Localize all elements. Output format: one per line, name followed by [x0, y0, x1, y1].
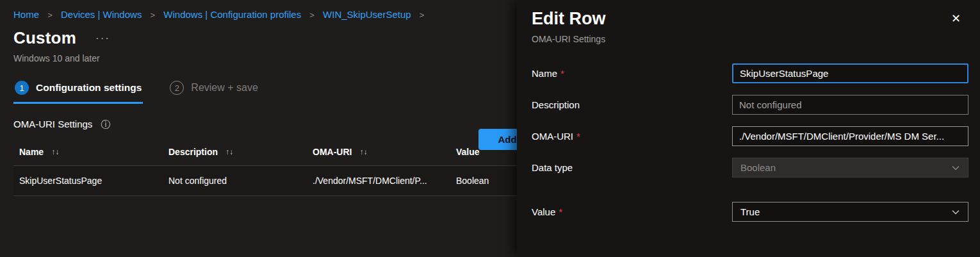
- oma-uri-input[interactable]: [732, 126, 968, 146]
- value-field-label: Value*: [532, 206, 732, 217]
- required-asterisk: *: [560, 68, 564, 79]
- cell-value: Boolean: [456, 176, 517, 186]
- value-dropdown[interactable]: True: [732, 202, 968, 222]
- form-row-description: Description: [532, 95, 968, 115]
- chevron-down-icon: [951, 163, 960, 172]
- breadcrumb-link-home[interactable]: Home: [13, 9, 39, 20]
- sort-icon: ↑↓: [225, 147, 233, 156]
- breadcrumb-separator: >: [420, 10, 425, 20]
- description-input[interactable]: [732, 95, 968, 115]
- required-asterisk: *: [559, 206, 562, 217]
- cell-oma-uri: ./Vendor/MSFT/DMClient/P...: [313, 176, 456, 186]
- edit-row-form: Name* Description OMA-URI* Data type: [532, 63, 968, 222]
- field-label-text: Description: [532, 99, 580, 110]
- oma-uri-table: Name ↑↓ Description ↑↓ OMA-URI ↑↓ Value …: [13, 147, 517, 196]
- panel-subtitle: OMA-URI Settings: [532, 34, 968, 44]
- oma-uri-field-label: OMA-URI*: [532, 131, 732, 142]
- form-row-name: Name*: [532, 63, 968, 83]
- tab-label: Configuration settings: [36, 82, 142, 94]
- column-label: Name: [19, 147, 44, 157]
- step-2-badge: 2: [170, 81, 184, 95]
- field-label-text: Name: [532, 68, 557, 79]
- tab-label: Review + save: [191, 82, 258, 94]
- page-title: Custom: [13, 28, 76, 48]
- edit-row-panel: Edit Row ✕ OMA-URI Settings Name* Descri…: [517, 0, 980, 257]
- column-header-description[interactable]: Description ↑↓: [168, 147, 313, 157]
- name-input[interactable]: [732, 63, 968, 83]
- panel-title: Edit Row: [532, 9, 968, 29]
- breadcrumb-separator: >: [47, 10, 53, 20]
- column-label: Description: [168, 147, 218, 157]
- field-label-text: Value: [532, 206, 555, 217]
- column-label: Value: [456, 147, 480, 157]
- breadcrumb-link-devices-windows[interactable]: Devices | Windows: [61, 9, 142, 20]
- column-header-oma-uri[interactable]: OMA-URI ↑↓: [313, 147, 456, 157]
- close-icon[interactable]: ✕: [951, 13, 961, 24]
- column-header-name[interactable]: Name ↑↓: [19, 147, 168, 157]
- column-label: OMA-URI: [313, 147, 352, 157]
- step-1-badge: 1: [15, 81, 29, 95]
- breadcrumb-separator: >: [151, 10, 156, 20]
- dropdown-value: Boolean: [740, 162, 776, 173]
- table-row[interactable]: SkipUserStatusPage Not configured ./Vend…: [13, 166, 517, 196]
- form-row-data-type: Data type Boolean: [532, 158, 968, 178]
- section-title: OMA-URI Settings: [13, 119, 92, 129]
- dropdown-value: True: [740, 206, 760, 217]
- breadcrumb-separator: >: [309, 10, 314, 20]
- breadcrumb-link-configuration-profiles[interactable]: Windows | Configuration profiles: [163, 9, 301, 20]
- sort-icon: ↑↓: [359, 147, 367, 156]
- description-field-label: Description: [532, 99, 732, 110]
- sort-icon: ↑↓: [51, 147, 59, 156]
- breadcrumb-link-win-skipusersetup[interactable]: WIN_SkipUserSetup: [323, 9, 411, 20]
- info-icon[interactable]: ⓘ: [101, 119, 110, 129]
- form-row-oma-uri: OMA-URI*: [532, 126, 968, 146]
- tab-review-save[interactable]: 2 Review + save: [168, 81, 259, 102]
- chevron-down-icon: [951, 208, 960, 217]
- table-header-row: Name ↑↓ Description ↑↓ OMA-URI ↑↓ Value: [13, 147, 517, 166]
- required-asterisk: *: [576, 131, 580, 142]
- cell-name: SkipUserStatusPage: [19, 176, 168, 186]
- data-type-dropdown: Boolean: [732, 158, 968, 178]
- cell-description: Not configured: [168, 176, 313, 186]
- field-label-text: Data type: [532, 162, 573, 173]
- screen: Home > Devices | Windows > Windows | Con…: [0, 0, 980, 257]
- tab-configuration-settings[interactable]: 1 Configuration settings: [13, 81, 143, 104]
- data-type-field-label: Data type: [532, 162, 732, 173]
- form-row-value: Value* True: [532, 202, 968, 222]
- field-label-text: OMA-URI: [532, 131, 573, 142]
- name-field-label: Name*: [532, 68, 732, 79]
- more-icon[interactable]: ···: [95, 32, 110, 45]
